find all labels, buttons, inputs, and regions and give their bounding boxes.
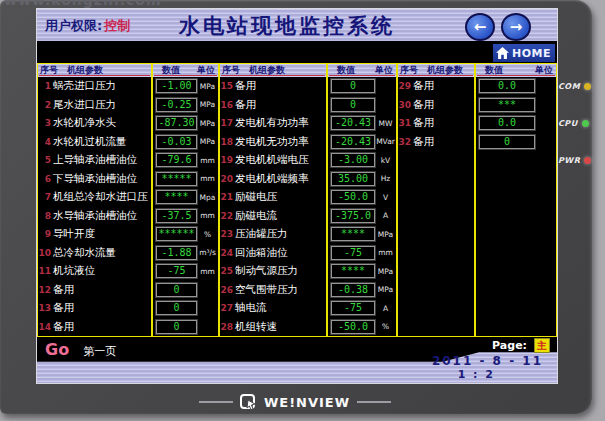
- value-display: 0: [156, 301, 197, 315]
- header-value: 数值: [337, 64, 355, 77]
- table-row-values: -1.88m³/s: [153, 244, 218, 263]
- weinview-logo-icon: [240, 394, 257, 410]
- table-row: [398, 188, 474, 207]
- header-unit: 单位: [535, 64, 553, 77]
- param-name: 轴电流: [235, 301, 267, 315]
- table-row-values: [476, 244, 556, 263]
- page-indicator[interactable]: 主: [534, 338, 550, 353]
- param-name: 制动气源压力: [235, 264, 298, 278]
- table-row: [398, 170, 474, 189]
- table-row-values: -3.00kV: [328, 151, 396, 170]
- table-row-values: [476, 299, 556, 318]
- row-number: 12: [38, 285, 51, 295]
- table-row-values: [476, 170, 556, 189]
- param-name: 尾水进口压力: [53, 98, 116, 112]
- value-display: ****: [331, 227, 375, 241]
- param-name: 水导轴承油槽油位: [53, 209, 137, 223]
- param-name: 备用: [413, 116, 434, 130]
- param-name: 导叶开度: [53, 227, 95, 241]
- column-header: 序号 机组参数: [220, 64, 326, 77]
- brand-line-right: [357, 401, 391, 403]
- unit-label: m³/s: [197, 248, 218, 257]
- table-row: 1蜗壳进口压力: [38, 77, 151, 96]
- param-name: 下导轴承油槽油位: [53, 172, 137, 186]
- param-name: 上导轴承油槽油位: [53, 153, 137, 167]
- go-first-page-button[interactable]: Go 第一页: [45, 340, 116, 359]
- unit-label: mm: [375, 248, 396, 257]
- value-display: -20.43: [331, 116, 375, 130]
- param-name: 励磁电流: [235, 209, 277, 223]
- unit-label: MW: [375, 119, 396, 128]
- header-param: 机组参数: [427, 64, 463, 77]
- value-display: *****: [156, 172, 197, 186]
- row-number: 4: [38, 137, 51, 147]
- value-display: -1.00: [156, 79, 197, 93]
- value-display: ******: [156, 227, 197, 241]
- table-row-values: -20.43MW: [328, 114, 396, 133]
- unit-label: MVar: [375, 137, 396, 146]
- com-led-icon: [584, 83, 591, 90]
- go-page-name: 第一页: [83, 344, 116, 359]
- param-name: 机组总冷却水进口压: [53, 190, 148, 204]
- table-row-values: -0.03MPa: [153, 133, 218, 152]
- unit-label: Mpa: [197, 193, 218, 202]
- home-button[interactable]: HOME: [493, 44, 555, 62]
- table-row: [398, 244, 474, 263]
- unit-label: MPa: [375, 230, 396, 239]
- table-row-values: -50.0%: [328, 318, 396, 337]
- unit-label: mm: [197, 267, 218, 276]
- column-header: 序号 机组参数: [398, 64, 474, 77]
- unit-label: MPa: [375, 267, 396, 276]
- value-display: -50.0: [331, 190, 375, 204]
- table-row: 13备用: [38, 299, 151, 318]
- row-number: 7: [38, 192, 51, 202]
- row-number: 11: [38, 266, 51, 276]
- table-row-values: 0: [328, 96, 396, 115]
- row-number: 31: [398, 118, 411, 128]
- table-group-2: 序号 机组参数 15备用16备用17发电机有功功率18发电机无功功率19发电机机…: [219, 63, 397, 337]
- table-row-values: -0.38MPa: [328, 281, 396, 300]
- row-number: 16: [220, 100, 233, 110]
- param-name: 备用: [235, 79, 256, 93]
- table-row-values: [476, 281, 556, 300]
- value-display: -37.5: [156, 209, 197, 223]
- row-number: 1: [38, 81, 51, 91]
- page-label: Page:: [492, 339, 527, 352]
- title-bar: 用户权限:控制 水电站现地监控系统 ← →: [37, 9, 557, 41]
- unit-label: MPa: [197, 82, 218, 91]
- table-row-values: [476, 225, 556, 244]
- param-name: 压油罐压力: [235, 227, 288, 241]
- table-row: 12备用: [38, 281, 151, 300]
- home-icon: [496, 47, 509, 59]
- table-row: [398, 207, 474, 226]
- value-display: -75: [331, 246, 375, 260]
- row-number: 5: [38, 155, 51, 165]
- table-row-values: [476, 188, 556, 207]
- table-row-values: -75mm: [153, 262, 218, 281]
- table-row-values: 35.00Hz: [328, 170, 396, 189]
- prev-page-button[interactable]: ←: [465, 13, 495, 41]
- table-row-values: 0: [153, 299, 218, 318]
- table-row: 5上导轴承油槽油位: [38, 151, 151, 170]
- next-page-button[interactable]: →: [501, 13, 531, 41]
- value-display: -3.00: [331, 153, 375, 167]
- table-row: 4水轮机过机流量: [38, 133, 151, 152]
- row-number: 6: [38, 174, 51, 184]
- param-name: 总冷却水流量: [53, 246, 116, 260]
- table-row-values: ****MPa: [328, 262, 396, 281]
- unit-label: V: [375, 193, 396, 202]
- header-unit: 单位: [197, 64, 215, 77]
- unit-label: mm: [197, 156, 218, 165]
- unit-label: MPa: [197, 100, 218, 109]
- table-row: 23压油罐压力: [220, 225, 326, 244]
- value-display: -75: [156, 264, 197, 278]
- table-row: 11机坑液位: [38, 262, 151, 281]
- table-row-values: -79.6mm: [153, 151, 218, 170]
- table-row: 17发电机有功功率: [220, 114, 326, 133]
- param-name: 备用: [413, 98, 434, 112]
- table-row-values: -75mm: [328, 244, 396, 263]
- header-no: 序号: [40, 64, 58, 77]
- param-name: 备用: [413, 135, 434, 149]
- value-display: -50.0: [331, 320, 375, 334]
- unit-label: %: [375, 322, 396, 331]
